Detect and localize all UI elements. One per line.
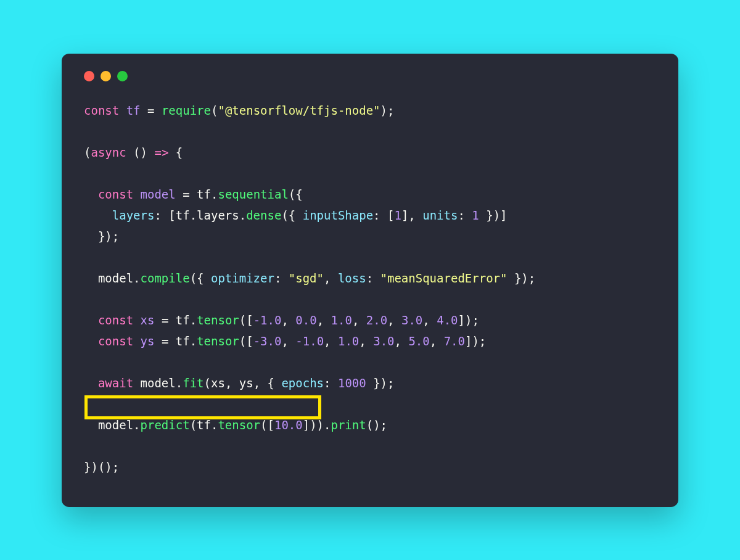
punct: ([ xyxy=(239,313,253,327)
punct: { xyxy=(176,146,183,159)
punct: . xyxy=(190,334,197,348)
fn-sequential: sequential xyxy=(218,187,288,201)
minimize-icon[interactable] xyxy=(101,71,111,81)
keyword-const: const xyxy=(98,334,133,348)
fn-fit: fit xyxy=(183,376,204,390)
punct: }); xyxy=(507,271,535,285)
punct: , xyxy=(422,313,437,327)
number-10: 10.0 xyxy=(274,418,303,432)
fn-dense: dense xyxy=(246,208,281,222)
punct: , xyxy=(324,334,338,348)
punct: ]); xyxy=(465,334,486,348)
punct: ], xyxy=(401,208,422,222)
number: 2.0 xyxy=(366,313,387,327)
key-optimizer: optimizer xyxy=(211,271,274,285)
key-inputShape: inputShape xyxy=(303,208,373,222)
identifier-model: model xyxy=(141,187,176,201)
number: -1.0 xyxy=(253,313,282,327)
number: 4.0 xyxy=(437,313,458,327)
punct: ]); xyxy=(458,313,479,327)
number-1: 1 xyxy=(394,208,401,222)
punct: , xyxy=(225,376,239,390)
punct: = xyxy=(162,313,168,327)
number: 3.0 xyxy=(373,334,394,348)
number: 5.0 xyxy=(408,334,429,348)
key-units: units xyxy=(422,208,458,222)
punct: ({ xyxy=(281,208,302,222)
code-editor-window: const tf = require("@tensorflow/tfjs-nod… xyxy=(62,54,678,507)
number: 7.0 xyxy=(444,334,465,348)
punct: () xyxy=(133,146,147,159)
close-icon[interactable] xyxy=(84,71,94,81)
code-block: const tf = require("@tensorflow/tfjs-nod… xyxy=(84,100,656,477)
identifier-xs: xs xyxy=(211,376,225,390)
identifier-model: model xyxy=(141,376,176,390)
identifier-tf: tf xyxy=(197,418,211,432)
fn-compile: compile xyxy=(141,271,190,285)
punct: , { xyxy=(253,376,282,390)
fn-tensor: tensor xyxy=(197,334,239,348)
punct: , xyxy=(317,313,331,327)
punct: ( xyxy=(211,104,218,117)
string-mse: "meanSquaredError" xyxy=(380,271,508,285)
punct: ( xyxy=(204,376,211,390)
fn-tensor: tensor xyxy=(218,418,260,432)
string-tfjs: "@tensorflow/tfjs-node" xyxy=(218,104,380,117)
number: 1.0 xyxy=(338,334,359,348)
punct: })(); xyxy=(84,460,119,474)
keyword-const: const xyxy=(84,104,119,117)
keyword-await: await xyxy=(98,376,133,390)
punct: , xyxy=(430,334,444,348)
punct: . xyxy=(190,313,197,327)
punct: (); xyxy=(366,418,387,432)
string-sgd: "sgd" xyxy=(289,271,324,285)
fn-tensor: tensor xyxy=(197,313,239,327)
fn-require: require xyxy=(162,104,211,117)
punct: : xyxy=(324,376,338,390)
punct: ); xyxy=(380,104,395,117)
punct: . xyxy=(176,376,183,390)
arrow: => xyxy=(154,146,168,159)
keyword-const: const xyxy=(98,313,133,327)
key-layers: layers xyxy=(112,208,155,222)
punct: ([ xyxy=(239,334,253,348)
punct: : xyxy=(458,208,472,222)
punct: ({ xyxy=(289,187,303,201)
identifier-ys: ys xyxy=(239,376,253,390)
identifier-tf: tf xyxy=(126,104,141,117)
identifier-layers: layers xyxy=(197,208,239,222)
punct: }); xyxy=(98,229,119,243)
punct: . xyxy=(133,418,140,432)
keyword-async: async xyxy=(91,146,126,159)
punct: , xyxy=(359,334,373,348)
identifier-tf: tf xyxy=(176,208,190,222)
punct: : [ xyxy=(373,208,394,222)
punct: . xyxy=(211,187,218,201)
key-loss: loss xyxy=(338,271,366,285)
number: 0.0 xyxy=(295,313,316,327)
fn-print: print xyxy=(331,418,366,432)
zoom-icon[interactable] xyxy=(117,71,128,81)
punct: = xyxy=(162,334,168,348)
punct: , xyxy=(352,313,366,327)
punct: = xyxy=(183,187,189,201)
window-traffic-lights xyxy=(84,71,656,81)
punct: : [ xyxy=(154,208,175,222)
punct: ([ xyxy=(260,418,274,432)
fn-predict: predict xyxy=(141,418,190,432)
number: 1.0 xyxy=(331,313,352,327)
punct: })] xyxy=(479,208,508,222)
punct: : xyxy=(366,271,380,285)
key-epochs: epochs xyxy=(281,376,324,390)
number: -3.0 xyxy=(253,334,282,348)
identifier-ys: ys xyxy=(141,334,155,348)
punct: , xyxy=(281,313,295,327)
identifier-tf: tf xyxy=(176,313,190,327)
identifier-model: model xyxy=(98,271,133,285)
number: -1.0 xyxy=(295,334,324,348)
number: 3.0 xyxy=(401,313,422,327)
punct: . xyxy=(239,208,246,222)
punct: ( xyxy=(190,418,197,432)
punct: : xyxy=(274,271,289,285)
punct: , xyxy=(281,334,295,348)
